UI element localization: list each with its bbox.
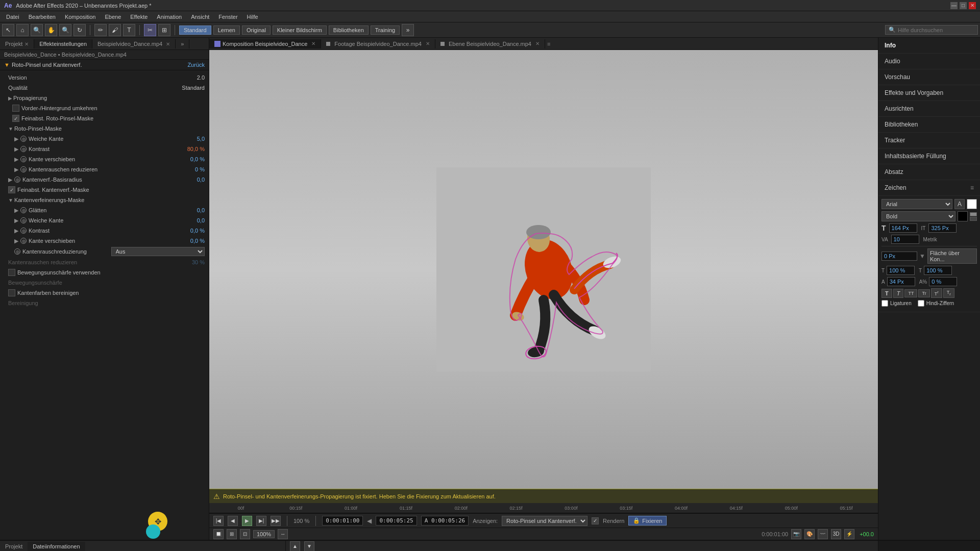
tool-text[interactable]: T (123, 24, 135, 36)
tc-prev-frame[interactable]: ◀ (228, 516, 238, 526)
tc-mode-dropdown[interactable]: Roto-Pinsel und Kantenverf. (502, 516, 587, 526)
vc-toggle[interactable]: 🔲 (213, 529, 224, 539)
vc-render[interactable]: ⚡ (844, 529, 854, 539)
kontrast-roto-expand[interactable]: ▶ (14, 146, 18, 153)
typo-t-small-caps[interactable]: Tr (918, 289, 929, 297)
hindi-checkbox[interactable] (918, 300, 924, 307)
workspace-original[interactable]: Original (242, 26, 271, 35)
kantenverf-maske-expand[interactable]: ▼ (8, 197, 13, 203)
scale-h-input[interactable] (928, 223, 957, 233)
tab-expand[interactable]: » (176, 39, 189, 48)
feinabst-kanten-row[interactable]: ✓ Feinabst. Kantenverf.-Maske (0, 185, 209, 195)
render-checkbox[interactable]: ✓ (592, 517, 599, 524)
feinabst-roto-row[interactable]: ✓ Feinabst. Roto-Pinsel-Maske (0, 113, 209, 123)
info-panel-item-bibliotheken[interactable]: Bibliotheken (878, 117, 980, 133)
bewegungsunschaerfe-row[interactable]: Bewegungsunschärfe verwenden (0, 267, 209, 278)
workspace-training[interactable]: Training (371, 26, 400, 35)
tab-layer[interactable]: Ebene Beispielvideo_Dance.mp4 ✕ (435, 39, 545, 48)
color-swatch-white[interactable] (967, 199, 977, 209)
workspace-bibliotheken[interactable]: Bibliotheken (329, 26, 369, 35)
kante-verschieben-kverf-row[interactable]: ▶ ◎ Kante verschieben 0,0 % (0, 236, 209, 246)
info-panel-item-absatz[interactable]: Absatz (878, 164, 980, 180)
info-panel-item-vorschau[interactable]: Vorschau (878, 69, 980, 85)
fixieren-button[interactable]: 🔒 Fixieren (628, 516, 667, 525)
typo-t-super[interactable]: Tr (931, 288, 942, 298)
color-swatch-gray[interactable] (970, 212, 977, 216)
kantenverf-maske-header[interactable]: ▼ Kantenverfeinerungs-Maske (0, 195, 209, 205)
kante-verschieben-roto-row[interactable]: ▶ ◎ Kante verschieben 0,0 % (0, 154, 209, 164)
kantenrauschen-roto-expand[interactable]: ▶ (14, 166, 18, 173)
tc-next-frame[interactable]: ▶| (256, 516, 266, 526)
flaeche-input[interactable] (881, 252, 917, 261)
tc-timecode-current[interactable]: 0:00:01:00 (322, 516, 363, 525)
weiche-kante-row[interactable]: ▶ ◎ Weiche Kante 5,0 (0, 134, 209, 144)
tc-play[interactable]: ▶ (242, 516, 252, 526)
menu-bearbeiten[interactable]: Bearbeiten (24, 13, 60, 21)
vorder-hintergrund-checkbox[interactable] (12, 105, 19, 112)
tc-play-fwd[interactable]: ▶▶ (271, 516, 281, 526)
tc-play-back[interactable]: |◀ (213, 516, 224, 526)
weiche-kante-expand[interactable]: ▶ (14, 136, 18, 142)
info-panel-item-inhaltsbasiert[interactable]: Inhaltsbasierte Füllung (878, 148, 980, 164)
vc-safe[interactable]: ⊡ (240, 529, 250, 539)
roto-pinsel-expand[interactable]: ▼ (8, 126, 13, 132)
workspace-standard[interactable]: Standard (179, 26, 211, 35)
kerning-input[interactable] (891, 235, 919, 244)
tsume-input[interactable] (929, 277, 957, 286)
tab-projekt[interactable]: Projekt✕ (0, 39, 34, 48)
workspace-lernen[interactable]: Lernen (213, 26, 240, 35)
flaeche-dropdown-btn[interactable]: Fläche über Kon... (927, 248, 977, 264)
menu-komposition[interactable]: Komposition (61, 13, 100, 21)
feinabst-roto-checkbox[interactable]: ✓ (12, 115, 19, 122)
vc-3d[interactable]: 3D (831, 529, 841, 539)
tool-track[interactable]: ⊞ (158, 24, 170, 36)
info-panel-item-info[interactable]: Info (878, 38, 980, 54)
info-panel-item-zeichen[interactable]: Zeichen ≡ (878, 180, 980, 196)
vc-zoom[interactable]: 100% (253, 530, 275, 538)
info-panel-item-ausrichten[interactable]: Ausrichten (878, 101, 980, 117)
kante-verschieben-kverf-expand[interactable]: ▶ (14, 238, 18, 244)
footage-tab-close[interactable]: ✕ (426, 41, 430, 46)
glaetten-expand[interactable]: ▶ (14, 207, 18, 214)
tool-paint[interactable]: 🖌 (109, 24, 121, 36)
qualitaet-row[interactable]: Qualität Standard (0, 83, 209, 93)
propagierung-expand[interactable]: ▶ (8, 95, 12, 101)
search-input[interactable] (898, 27, 974, 33)
kantenbasis-row[interactable]: ▶ ◎ Kantenverf.-Basisradius 0,0 (0, 174, 209, 185)
tool-pen[interactable]: ✏ (94, 24, 107, 36)
menu-fenster[interactable]: Fenster (214, 13, 241, 21)
kontrast-roto-row[interactable]: ▶ ◎ Kontrast 80,0 % (0, 144, 209, 154)
kantenrausch-dropdown-row[interactable]: ◎ Kantenrauschreduzierung Aus (0, 246, 209, 257)
typo-t-normal[interactable]: T (881, 289, 892, 298)
tool-search[interactable]: 🔍 (31, 24, 43, 36)
color-swatch-dark[interactable] (970, 217, 977, 221)
menu-ansicht[interactable]: Ansicht (187, 13, 213, 21)
search-box[interactable]: 🔍 (885, 25, 978, 35)
propagierung-row[interactable]: ▶ Propagierung (0, 93, 209, 103)
comp-tab-close[interactable]: ✕ (311, 41, 315, 46)
info-panel-item-tracker[interactable]: Tracker (878, 133, 980, 148)
tab-projekt-close[interactable]: ✕ (24, 41, 29, 47)
tab-effekteinstellungen[interactable]: Effekteinstellungen (34, 39, 92, 48)
tool-rotate[interactable]: ↻ (74, 24, 86, 36)
font-preview-btn[interactable]: A (954, 199, 965, 209)
zeichen-menu-icon[interactable]: ≡ (970, 184, 974, 191)
info-panel-item-effekte[interactable]: Effekte und Vorgaben (878, 85, 980, 101)
menu-animation[interactable]: Animation (153, 13, 186, 21)
kante-verschieben-roto-expand[interactable]: ▶ (14, 156, 18, 163)
feinabst-kanten-checkbox[interactable]: ✓ (8, 186, 15, 193)
vc-fit[interactable]: ↔ (278, 529, 288, 539)
tab-beispielvideo-close[interactable]: ✕ (166, 41, 170, 47)
bl-tab-dateiinfo[interactable]: Dateiinformationen (28, 542, 85, 551)
menu-ebene[interactable]: Ebene (101, 13, 125, 21)
weiche-kante-kverf-expand[interactable]: ▶ (14, 217, 18, 224)
effect-toggle-icon[interactable]: ▼ (4, 62, 10, 68)
scale-v-pct-input[interactable] (924, 266, 952, 275)
menu-effekte[interactable]: Effekte (126, 13, 152, 21)
kantenfarben-row[interactable]: Kantenfarben bereinigen (0, 288, 209, 298)
vc-camera[interactable]: 📷 (791, 529, 801, 539)
tab-footage[interactable]: Footage Beispielvideo_Dance.mp4 ✕ (321, 39, 435, 48)
version-row[interactable]: Version 2.0 (0, 72, 209, 83)
typo-t-italic[interactable]: T (893, 289, 904, 298)
tab-komposition[interactable]: Komposition Beispielvideo_Dance ✕ (209, 39, 321, 48)
